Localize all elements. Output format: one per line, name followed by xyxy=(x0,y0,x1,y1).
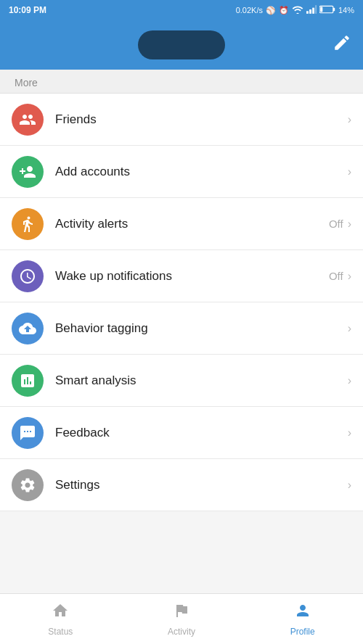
feedback-chevron: › xyxy=(348,426,351,439)
activity-alerts-value: Off xyxy=(329,218,343,230)
network-speed: 0.02K/s xyxy=(236,6,263,15)
friends-chevron: › xyxy=(348,113,351,126)
status-nav-label: Status xyxy=(48,627,73,637)
wake-up-chevron: › xyxy=(348,270,351,283)
behavior-tagging-chevron: › xyxy=(348,322,351,335)
menu-item-friends[interactable]: Friends › xyxy=(0,94,363,146)
menu-item-behavior-tagging[interactable]: Behavior tagging › xyxy=(0,302,363,355)
friends-icon xyxy=(12,104,44,136)
menu-list: Friends › Add accounts › Activity alerts… xyxy=(0,94,363,511)
battery-icon xyxy=(319,5,335,15)
svg-rect-3 xyxy=(315,5,317,14)
activity-nav-label: Activity xyxy=(168,627,195,637)
app-logo xyxy=(138,30,225,59)
wake-up-icon xyxy=(12,260,44,292)
status-time: 10:09 PM xyxy=(9,5,46,15)
nav-item-status[interactable]: Status xyxy=(0,594,121,644)
smart-analysis-chevron: › xyxy=(348,374,351,387)
svg-rect-5 xyxy=(333,8,335,12)
top-header xyxy=(0,20,363,70)
friends-label: Friends xyxy=(55,112,348,127)
activity-nav-icon xyxy=(173,602,190,624)
behavior-tagging-label: Behavior tagging xyxy=(55,321,348,336)
menu-item-activity-alerts[interactable]: Activity alerts Off › xyxy=(0,198,363,250)
wifi-icon xyxy=(292,5,303,15)
svg-rect-1 xyxy=(309,9,311,14)
battery-percent: 14% xyxy=(338,6,354,15)
feedback-label: Feedback xyxy=(55,426,348,440)
menu-item-add-accounts[interactable]: Add accounts › xyxy=(0,146,363,198)
smart-analysis-icon xyxy=(12,365,44,397)
edit-button[interactable] xyxy=(333,33,351,57)
nav-item-activity[interactable]: Activity xyxy=(121,594,242,644)
status-bar: 10:09 PM 0.02K/s ⚾ ⏰ 14% xyxy=(0,0,363,20)
activity-alerts-chevron: › xyxy=(348,218,351,231)
feedback-icon xyxy=(12,417,44,449)
svg-rect-0 xyxy=(306,11,309,13)
status-nav-icon xyxy=(52,602,69,624)
svg-rect-2 xyxy=(312,8,314,14)
status-icons: 0.02K/s ⚾ ⏰ 14% xyxy=(236,5,354,15)
profile-nav-icon xyxy=(294,602,311,624)
settings-label: Settings xyxy=(55,478,348,492)
bluetooth-icon: ⚾ xyxy=(266,6,276,15)
menu-item-smart-analysis[interactable]: Smart analysis › xyxy=(0,355,363,407)
menu-item-feedback[interactable]: Feedback › xyxy=(0,407,363,459)
section-more: More xyxy=(0,70,363,94)
settings-icon xyxy=(12,469,44,501)
menu-item-wake-up[interactable]: Wake up notifications Off › xyxy=(0,250,363,302)
behavior-tagging-icon xyxy=(12,313,44,344)
signal-icon xyxy=(306,5,317,15)
profile-nav-label: Profile xyxy=(290,627,315,637)
settings-chevron: › xyxy=(348,479,351,492)
activity-alerts-label: Activity alerts xyxy=(55,217,329,231)
wake-up-value: Off xyxy=(329,270,343,282)
svg-rect-6 xyxy=(320,7,322,12)
nav-item-profile[interactable]: Profile xyxy=(242,594,363,644)
menu-item-settings[interactable]: Settings › xyxy=(0,459,363,511)
activity-alerts-icon xyxy=(12,208,44,240)
alarm-icon: ⏰ xyxy=(279,6,289,15)
add-accounts-chevron: › xyxy=(348,165,351,178)
add-accounts-label: Add accounts xyxy=(55,165,348,179)
smart-analysis-label: Smart analysis xyxy=(55,373,348,388)
wake-up-label: Wake up notifications xyxy=(55,269,329,284)
bottom-nav: Status Activity Profile xyxy=(0,593,363,644)
add-accounts-icon xyxy=(12,156,44,188)
